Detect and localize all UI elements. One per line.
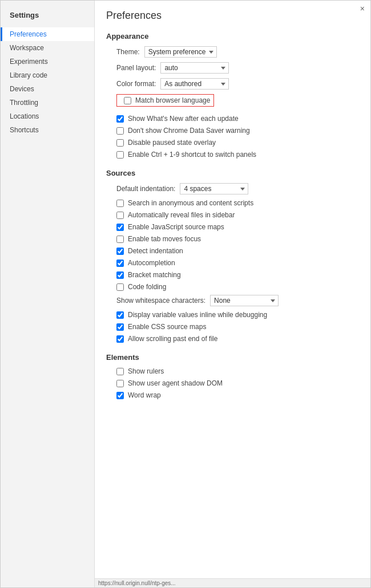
close-icon[interactable]: ×	[360, 4, 365, 13]
show-user-agent-shadow-checkbox[interactable]	[116, 380, 124, 387]
show-user-agent-shadow-row: Show user agent shadow DOM	[106, 379, 359, 387]
enable-css-source-maps-label: Enable CSS source maps	[128, 323, 206, 331]
no-chrome-data-saver-checkbox[interactable]	[116, 127, 124, 135]
settings-window: × Settings Preferences Workspace Experim…	[0, 0, 371, 588]
elements-section-header: Elements	[106, 353, 359, 362]
autocompletion-row: Autocompletion	[106, 259, 359, 267]
match-browser-language-row: Match browser language	[116, 94, 214, 107]
match-browser-language-checkbox[interactable]	[124, 97, 131, 104]
detect-indentation-label: Detect indentation	[128, 247, 183, 255]
content-area: Settings Preferences Workspace Experimen…	[1, 1, 370, 587]
show-rulers-row: Show rulers	[106, 367, 359, 375]
enable-ctrl-shortcut-label: Enable Ctrl + 1-9 shortcut to switch pan…	[128, 151, 256, 159]
sidebar-item-workspace[interactable]: Workspace	[1, 41, 94, 55]
enable-tab-focus-label: Enable tab moves focus	[128, 235, 201, 243]
color-format-label: Color format:	[116, 80, 156, 88]
main-content: Preferences Appearance Theme: System pre…	[95, 1, 370, 587]
show-whats-new-row: Show What's New after each update	[106, 115, 359, 123]
show-rulers-label: Show rulers	[128, 367, 164, 375]
match-browser-language-label: Match browser language	[135, 96, 210, 104]
default-indentation-select[interactable]: 4 spaces 2 spaces 8 spaces Tab character	[180, 183, 248, 194]
disable-paused-state-label: Disable paused state overlay	[128, 139, 216, 147]
show-whats-new-checkbox[interactable]	[116, 115, 124, 123]
auto-reveal-sidebar-label: Automatically reveal files in sidebar	[128, 211, 235, 219]
show-rulers-checkbox[interactable]	[116, 368, 124, 375]
page-title: Preferences	[106, 10, 359, 22]
appearance-section-header: Appearance	[106, 32, 359, 40]
search-anonymous-label: Search in anonymous and content scripts	[128, 199, 253, 207]
url-bar: https://null.origin.null/ntp-ges...	[95, 578, 370, 587]
sidebar-title: Settings	[1, 5, 94, 27]
enable-tab-focus-checkbox[interactable]	[116, 236, 124, 243]
panel-layout-select[interactable]: auto horizontal vertical	[160, 62, 229, 74]
allow-scrolling-past-end-row: Allow scrolling past end of file	[106, 335, 359, 343]
search-anonymous-checkbox[interactable]	[116, 200, 124, 207]
display-variable-inline-checkbox[interactable]	[116, 311, 124, 319]
sidebar-item-throttling[interactable]: Throttling	[1, 96, 94, 110]
theme-select[interactable]: System preference Light Dark	[144, 46, 217, 58]
code-folding-checkbox[interactable]	[116, 283, 124, 291]
disable-paused-state-row: Disable paused state overlay	[106, 139, 359, 147]
sources-section-header: Sources	[106, 169, 359, 177]
word-wrap-label: Word wrap	[128, 391, 161, 399]
disable-paused-state-checkbox[interactable]	[116, 139, 124, 147]
panel-layout-row: Panel layout: auto horizontal vertical	[106, 62, 359, 74]
default-indentation-label: Default indentation:	[116, 185, 175, 193]
sidebar-item-locations[interactable]: Locations	[1, 110, 94, 123]
show-whats-new-label: Show What's New after each update	[128, 115, 239, 123]
sidebar-item-preferences[interactable]: Preferences	[1, 27, 94, 41]
no-chrome-data-saver-row: Don't show Chrome Data Saver warning	[106, 127, 359, 135]
autocompletion-checkbox[interactable]	[116, 259, 124, 267]
whitespace-label: Show whitespace characters:	[116, 297, 205, 305]
sidebar-item-shortcuts[interactable]: Shortcuts	[1, 123, 94, 137]
enable-css-source-maps-row: Enable CSS source maps	[106, 323, 359, 331]
bracket-matching-label: Bracket matching	[128, 271, 181, 279]
enable-js-source-maps-checkbox[interactable]	[116, 224, 124, 231]
word-wrap-checkbox[interactable]	[116, 392, 124, 399]
sidebar: Settings Preferences Workspace Experimen…	[1, 1, 95, 587]
theme-row: Theme: System preference Light Dark	[106, 46, 359, 58]
display-variable-inline-label: Display variable values inline while deb…	[128, 311, 267, 319]
enable-tab-focus-row: Enable tab moves focus	[106, 235, 359, 243]
whitespace-select[interactable]: None All Trailing	[210, 295, 279, 306]
enable-ctrl-shortcut-checkbox[interactable]	[116, 151, 124, 159]
search-anonymous-row: Search in anonymous and content scripts	[106, 199, 359, 207]
allow-scrolling-past-end-checkbox[interactable]	[116, 335, 124, 343]
code-folding-row: Code folding	[106, 283, 359, 291]
no-chrome-data-saver-label: Don't show Chrome Data Saver warning	[128, 127, 250, 135]
bracket-matching-row: Bracket matching	[106, 271, 359, 279]
enable-ctrl-shortcut-row: Enable Ctrl + 1-9 shortcut to switch pan…	[106, 151, 359, 159]
detect-indentation-row: Detect indentation	[106, 247, 359, 255]
word-wrap-row: Word wrap	[106, 391, 359, 399]
bracket-matching-checkbox[interactable]	[116, 271, 124, 279]
sidebar-item-devices[interactable]: Devices	[1, 82, 94, 96]
detect-indentation-checkbox[interactable]	[116, 248, 124, 255]
sidebar-item-experiments[interactable]: Experiments	[1, 55, 94, 68]
code-folding-label: Code folding	[128, 283, 166, 291]
enable-js-source-maps-row: Enable JavaScript source maps	[106, 223, 359, 231]
enable-js-source-maps-label: Enable JavaScript source maps	[128, 223, 224, 231]
autocompletion-label: Autocompletion	[128, 259, 175, 267]
theme-label: Theme:	[116, 48, 140, 56]
allow-scrolling-past-end-label: Allow scrolling past end of file	[128, 335, 217, 343]
display-variable-inline-row: Display variable values inline while deb…	[106, 311, 359, 319]
enable-css-source-maps-checkbox[interactable]	[116, 323, 124, 331]
default-indentation-row: Default indentation: 4 spaces 2 spaces 8…	[106, 183, 359, 194]
auto-reveal-sidebar-checkbox[interactable]	[116, 212, 124, 219]
sidebar-item-library-code[interactable]: Library code	[1, 68, 94, 82]
show-user-agent-shadow-label: Show user agent shadow DOM	[128, 379, 223, 387]
color-format-row: Color format: As authored HEX RGB HSL	[106, 78, 359, 90]
auto-reveal-sidebar-row: Automatically reveal files in sidebar	[106, 211, 359, 219]
color-format-select[interactable]: As authored HEX RGB HSL	[160, 78, 229, 90]
panel-layout-label: Panel layout:	[116, 64, 156, 72]
whitespace-row: Show whitespace characters: None All Tra…	[106, 295, 359, 306]
